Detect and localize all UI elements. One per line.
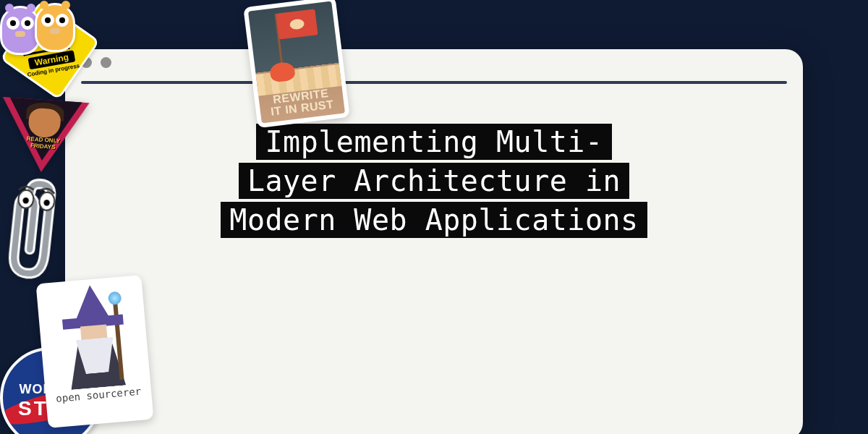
page-title: Implementing Multi-Layer Architecture in… bbox=[217, 122, 651, 239]
sticker-readonly-fridays: READ ONLY FRIDAYS bbox=[0, 97, 90, 181]
flag-icon bbox=[276, 9, 318, 39]
rust-poster: REWRITE IT IN RUST bbox=[248, 1, 345, 124]
sticker-open-sourcerer: open sourcerer bbox=[36, 275, 154, 428]
wizard-pixel-icon bbox=[49, 282, 137, 390]
sticker-clippy bbox=[0, 174, 81, 290]
clippy-icon bbox=[0, 174, 81, 294]
header-divider bbox=[81, 81, 787, 84]
window-titlebar bbox=[65, 49, 803, 75]
sticker-rewrite-in-rust: REWRITE IT IN RUST bbox=[243, 0, 350, 128]
gopher-orange-icon bbox=[35, 3, 75, 52]
page-title-text: Implementing Multi-Layer Architecture in… bbox=[221, 124, 647, 238]
browser-window bbox=[65, 49, 803, 434]
